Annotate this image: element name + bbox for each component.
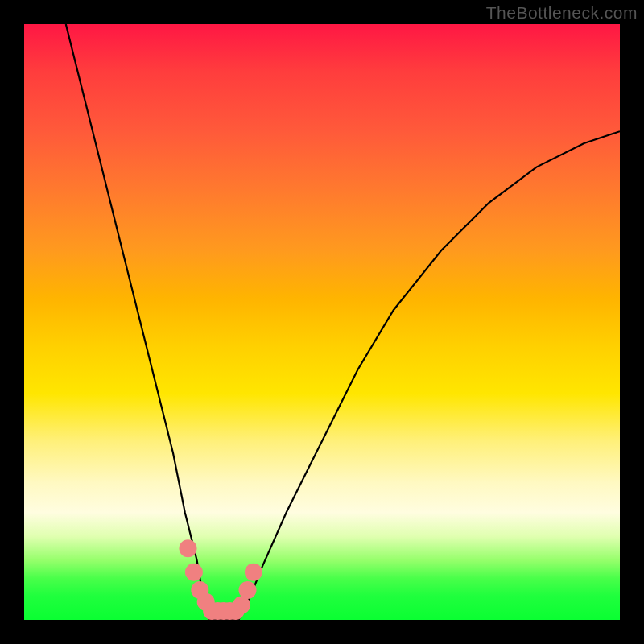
- highlight-dot: [180, 539, 197, 557]
- bottleneck-curve: [66, 24, 620, 620]
- highlight-dot: [245, 564, 262, 581]
- highlight-dot: [185, 564, 203, 581]
- plot-area: [24, 24, 620, 620]
- highlight-dot: [239, 581, 257, 599]
- curve-svg: [24, 24, 620, 620]
- chart-frame: TheBottleneck.com: [0, 0, 644, 644]
- highlight-dots: [180, 539, 262, 620]
- watermark-text: TheBottleneck.com: [486, 3, 638, 23]
